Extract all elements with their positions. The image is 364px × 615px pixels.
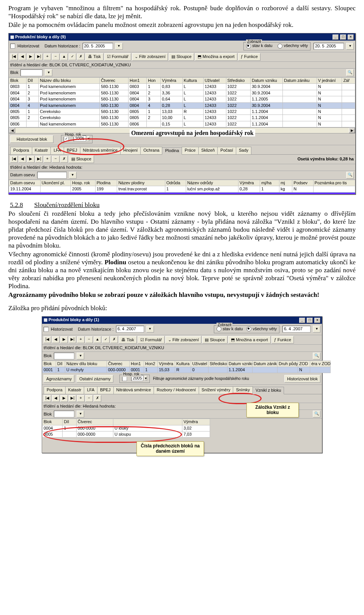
formular-button[interactable]: ☑Formulář [104, 53, 131, 61]
column-header[interactable]: Čtverec [76, 419, 113, 425]
binoculars-icon[interactable]: 🔍 [346, 69, 354, 76]
ostatni-zaznamy-button[interactable]: Ostatní záznamy [77, 375, 113, 383]
last-record-button[interactable]: ▶| [69, 336, 76, 343]
column-header[interactable]: ZOD [298, 361, 310, 367]
add-record-button[interactable]: + [77, 336, 85, 343]
vsechny-vety-radio[interactable] [278, 44, 282, 49]
column-header[interactable]: Hon2 [144, 361, 158, 367]
column-header[interactable]: Datum vzniku [228, 361, 253, 367]
edit-record-button[interactable]: ▲ [94, 336, 101, 343]
column-header[interactable]: Datum osevu [9, 180, 41, 186]
filtr-zobrazeni-button[interactable]: ⌄Filtr zobrazení [165, 336, 202, 344]
column-header[interactable]: Název odrůdy [186, 180, 238, 186]
agrozaznamy-button[interactable]: Agrozáznamy [44, 375, 74, 383]
column-header[interactable] [113, 419, 182, 425]
save-record-button[interactable]: ✓ [69, 53, 76, 60]
tab-bpej[interactable]: BPEJ [97, 386, 114, 394]
tab-lfa[interactable]: LFA [84, 386, 97, 394]
binoculars-icon[interactable]: 🔍 [346, 172, 354, 179]
hosp-rok-checkbox[interactable] [64, 136, 69, 141]
first-record-button[interactable]: |◀ [44, 336, 51, 343]
column-header[interactable]: Hon1 [129, 77, 147, 83]
table-row[interactable]: 00041000-0000U louky3,02 [42, 425, 210, 431]
table-row[interactable]: 08043Pod kamenolomem580-1130080430,64L12… [9, 96, 355, 102]
column-header[interactable]: éra v ZOD [310, 361, 331, 367]
tab-sn-mky[interactable]: Snímky [233, 386, 253, 394]
table-row[interactable]: 08044Pod kamenolomem580-1130080440,28L12… [9, 102, 355, 108]
tisk-button[interactable]: 🖶Tisk [85, 53, 104, 61]
delete-record-button[interactable]: − [52, 53, 60, 60]
historizovat-checkbox[interactable] [10, 44, 15, 49]
maximize-button[interactable]: □ [340, 35, 346, 40]
table-row[interactable]: 08042Pod kamenolomem580-1130080423,36L12… [9, 90, 355, 96]
mnozina-export-button[interactable]: ⬒Množina a export [228, 336, 270, 344]
dropdown-icon[interactable]: ▾ [313, 326, 320, 333]
add-record-button[interactable]: + [44, 156, 51, 163]
column-header[interactable]: Podsev [292, 180, 313, 186]
cancel-record-button[interactable]: ✗ [94, 395, 101, 402]
column-header[interactable]: Kultura [182, 77, 203, 83]
dropdown-icon[interactable]: ▾ [144, 376, 147, 381]
column-header[interactable]: Čtverec [107, 361, 130, 367]
next-record-button[interactable]: ▶ [27, 156, 35, 163]
blok-field-input[interactable] [20, 69, 42, 76]
binoculars-icon[interactable]: 🔍 [313, 411, 320, 417]
column-header[interactable]: Ukončení pl. [40, 180, 71, 186]
tab-pr-ce[interactable]: Práce [182, 147, 199, 154]
maximize-button[interactable]: □ [307, 318, 313, 323]
column-header[interactable]: Kultura [175, 361, 191, 367]
first-record-button[interactable]: |◀ [10, 53, 18, 60]
column-header[interactable]: Díl [26, 77, 38, 83]
dropdown-icon[interactable]: ▾ [45, 69, 52, 76]
column-header[interactable]: Plodina [95, 180, 117, 186]
filtr-zobrazeni-button[interactable]: ⌄Filtr zobrazení [132, 53, 168, 61]
cancel-record-button[interactable]: ✗ [110, 336, 118, 343]
column-header[interactable]: Název plodiny [117, 180, 165, 186]
column-header[interactable]: V jednání [317, 77, 342, 83]
tab-po-as-[interactable]: Počasí [217, 147, 236, 154]
column-header[interactable]: Výměra [182, 419, 210, 425]
first-record-button[interactable]: |◀ [44, 395, 51, 402]
dropdown-icon[interactable]: ▾ [146, 326, 154, 333]
column-header[interactable]: mj [279, 180, 292, 186]
column-header[interactable]: Čtverec [100, 77, 129, 83]
prev-record-button[interactable]: ◀ [52, 395, 60, 402]
column-header[interactable]: mj/ha [260, 180, 279, 186]
column-header[interactable]: Název dílu bloku [65, 361, 107, 367]
sloupce-button[interactable]: ▤Sloupce [169, 53, 194, 61]
sloupce-button[interactable]: ▤Sloupce [202, 336, 228, 344]
tab-bpej[interactable]: BPEJ [64, 147, 80, 154]
minimize-button[interactable]: _ [333, 35, 339, 40]
column-header[interactable]: Výměra [238, 180, 260, 186]
column-header[interactable]: Uživatel [191, 361, 209, 367]
dropdown-icon[interactable]: ▾ [77, 353, 84, 359]
stav-k-datu-radio[interactable] [246, 44, 251, 49]
dropdown-icon[interactable]: ▾ [87, 136, 90, 141]
add-record-button[interactable]: + [77, 395, 85, 402]
delete-record-button[interactable]: − [85, 395, 93, 402]
tab-sady[interactable]: Sady [236, 147, 251, 154]
tab-sklize-[interactable]: Sklizeň [198, 147, 218, 154]
column-header[interactable]: Uživatel [203, 77, 226, 83]
column-header[interactable]: Datum zániku [253, 361, 278, 367]
table-row[interactable]: 19.11.20042005199trval.trav.porost1luční… [9, 186, 355, 192]
sloupce-button[interactable]: ▤Sloupce [69, 155, 94, 163]
column-header[interactable]: Zář [342, 77, 355, 83]
table-row[interactable]: 0005000-0000U sloupu7,03 [42, 431, 210, 438]
column-header[interactable]: Středisko [209, 361, 228, 367]
dropdown-icon[interactable]: ▾ [115, 43, 123, 50]
column-header[interactable]: Hon [147, 77, 161, 83]
next-record-button[interactable]: ▶ [27, 53, 35, 60]
tab-katastr[interactable]: Katastr [65, 386, 85, 394]
add-record-button[interactable]: + [44, 53, 51, 60]
mnozina-export-button[interactable]: ⬒Množina a export [195, 53, 237, 61]
table-row[interactable]: 08031Pod kamenolomem580-1130080310,83L12… [9, 84, 355, 90]
tab-katastr[interactable]: Katastr [32, 147, 51, 154]
zobrazit-date-input[interactable]: 20. 5 .2005 [314, 43, 344, 50]
column-header[interactable]: Díl [63, 419, 76, 425]
tab-podpora[interactable]: Podpora [44, 386, 66, 394]
tab-rozbory-hodnocen-[interactable]: Rozbory / Hodnocení [154, 386, 199, 394]
historizovat-blok-button[interactable]: Historizovat blok [284, 375, 320, 383]
prev-record-button[interactable]: ◀ [19, 53, 26, 60]
binoculars-icon[interactable]: 🔍 [313, 353, 320, 359]
